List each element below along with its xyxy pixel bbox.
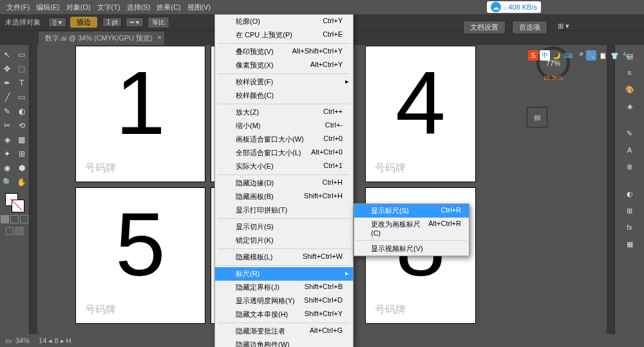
screen-mode[interactable]: [6, 227, 14, 235]
uniform-select[interactable]: 等比: [147, 17, 169, 28]
tool-zoom[interactable]: 🔍: [0, 175, 15, 189]
menu-item[interactable]: 隐藏边角构件(W): [215, 338, 353, 347]
menu-item[interactable]: 隐藏渐变批注者Alt+Ctrl+G: [215, 324, 353, 338]
menu-item[interactable]: 轮廓(O)Ctrl+Y: [215, 15, 353, 28]
panel-brushes[interactable]: 🎨: [620, 81, 639, 98]
tool-free[interactable]: ✦: [0, 147, 15, 161]
tool-rect[interactable]: ▭: [15, 90, 30, 104]
tool-select[interactable]: ↖: [0, 48, 15, 62]
menu-file[interactable]: 文件(F): [6, 3, 30, 12]
artboard-5[interactable]: 5号码牌: [76, 188, 205, 323]
tool-scale[interactable]: ◈: [0, 133, 15, 147]
menu-type[interactable]: 文字(T): [97, 3, 120, 12]
ime-skin-icon[interactable]: 👕: [609, 50, 620, 61]
menu-item[interactable]: 显示切片(S): [215, 220, 353, 234]
rulers-submenu: 显示标尺(S)Ctrl+R更改为画板标尺(C)Alt+Ctrl+R显示视频标尺(…: [354, 203, 469, 256]
submenu-item[interactable]: 显示视频标尺(V): [354, 242, 469, 256]
align-icon[interactable]: ⊞ ▾: [554, 21, 573, 34]
menu-item[interactable]: 像素预览(X)Alt+Ctrl+Y: [215, 59, 353, 72]
submenu-item[interactable]: 更改为画板标尺(C)Alt+Ctrl+R: [354, 218, 469, 239]
ime-sogou-icon[interactable]: S: [528, 50, 538, 61]
tool-graph[interactable]: ⬢: [15, 161, 30, 175]
artboard-nav[interactable]: 14 ◂ 8 ▸ H: [39, 337, 71, 345]
tool-symbol[interactable]: ◉: [0, 161, 15, 175]
view-menu-dropdown: 轮廓(O)Ctrl+Y在 CPU 上预览(P)Ctrl+E叠印预览(V)Alt+…: [214, 14, 354, 347]
screen-mode-2[interactable]: [15, 227, 23, 235]
menu-item[interactable]: 缩小(M)Ctrl+-: [215, 119, 353, 133]
panel-symbols[interactable]: ◈: [620, 98, 639, 115]
tool-line[interactable]: ╱: [0, 90, 15, 104]
prefs-button[interactable]: 首选项: [512, 21, 547, 34]
tool-brush[interactable]: ✎: [0, 104, 15, 118]
tool-rotate[interactable]: ⟲: [15, 118, 30, 133]
zoom-out-icon[interactable]: ▭: [5, 337, 12, 345]
tab-close-icon[interactable]: ×: [158, 33, 162, 41]
panel-transform[interactable]: ⊞: [620, 202, 639, 219]
ime-tool-icon[interactable]: 🔧: [586, 50, 596, 61]
tool-width[interactable]: ▦: [15, 133, 30, 147]
tool-shape[interactable]: ⊞: [15, 147, 30, 161]
menu-item[interactable]: 标尺(R)▸: [215, 267, 353, 281]
selection-label: 未选择对象: [5, 17, 41, 27]
panel-swatches[interactable]: ≡: [620, 64, 639, 81]
ime-lang[interactable]: 中: [540, 50, 550, 61]
menu-item[interactable]: 叠印预览(V)Alt+Shift+Ctrl+Y: [215, 45, 353, 59]
menu-item[interactable]: 隐藏边缘(D)Ctrl+H: [215, 176, 353, 190]
menubar: 文件(F) 编辑(E) 对象(O) 文字(T) 选择(S) 效果(C) 视图(V…: [0, 0, 644, 14]
menu-effect[interactable]: 效果(C): [156, 3, 180, 12]
doc-setup-button[interactable]: 文档设置: [463, 21, 506, 34]
stroke-weight[interactable]: 1 pt: [102, 17, 122, 27]
tool-pen[interactable]: ✒: [0, 76, 15, 90]
ime-settings-icon[interactable]: 🔧: [621, 50, 631, 61]
panel-char[interactable]: A: [620, 142, 639, 158]
menu-edit[interactable]: 编辑(E): [36, 3, 60, 12]
tool-direct[interactable]: ▭: [15, 48, 30, 62]
submenu-item[interactable]: 显示标尺(S)Ctrl+R: [354, 204, 469, 218]
menu-item[interactable]: 隐藏文本串接(H)Shift+Ctrl+Y: [215, 308, 353, 321]
ime-mic-icon[interactable]: 🎤: [574, 50, 585, 61]
menu-select[interactable]: 选择(S): [127, 3, 151, 12]
menu-item[interactable]: 显示打印拼贴(T): [215, 203, 353, 217]
menu-item[interactable]: 锁定切片(K): [215, 234, 353, 247]
menu-item[interactable]: 全部适合窗口大小(L)Alt+Ctrl+0: [215, 146, 353, 160]
ime-bar[interactable]: S 中 🌙 ⌨ 🎤 🔧 📋 👕 🔧: [528, 50, 631, 61]
tool-pencil[interactable]: ◐: [15, 104, 30, 118]
menu-item[interactable]: 隐藏模板(L)Shift+Ctrl+W: [215, 250, 353, 264]
panel-appearance[interactable]: fx: [620, 219, 639, 236]
tool-hand[interactable]: ✋: [15, 175, 30, 189]
fill-swatch[interactable]: ▯ ▾: [48, 17, 66, 27]
ime-kbd-icon[interactable]: ⌨: [563, 50, 573, 61]
menu-item[interactable]: 画板适合窗口大小(W)Ctrl+0: [215, 133, 353, 146]
menu-view[interactable]: 视图(V): [187, 3, 211, 12]
ime-clip-icon[interactable]: 📋: [598, 50, 608, 61]
menu-object[interactable]: 对象(O): [66, 3, 91, 12]
menu-item[interactable]: 在 CPU 上预览(P)Ctrl+E: [215, 28, 353, 42]
stroke-button[interactable]: 描边: [70, 17, 97, 28]
tool-scissors[interactable]: ✂: [0, 118, 15, 133]
color-mode[interactable]: [1, 215, 28, 223]
artboard-1[interactable]: 1号码牌: [76, 46, 205, 182]
panel-para[interactable]: ≣: [620, 158, 639, 175]
menu-item[interactable]: 隐藏定界框(J)Shift+Ctrl+B: [215, 281, 353, 294]
tool-wand[interactable]: ✥: [0, 62, 15, 76]
menu-item[interactable]: 校样颜色(C): [215, 89, 353, 102]
network-badge[interactable]: ☁ ↓408 KB/s: [487, 1, 541, 13]
menu-item[interactable]: 校样设置(F)▸: [215, 75, 353, 89]
panel-gradient[interactable]: ◐: [620, 185, 639, 202]
panel-stroke[interactable]: ✎: [620, 125, 639, 142]
menu-item[interactable]: 隐藏画板(B)Shift+Ctrl+H: [215, 190, 353, 203]
zoom-value[interactable]: 34%: [15, 337, 30, 344]
toolbox: ↖▭ ✥⬚ ✒T ╱▭ ✎◐ ✂⟲ ◈▦ ✦⊞ ◉⬢ 🔍✋: [0, 45, 30, 334]
menu-item[interactable]: 显示透明度网格(Y)Shift+Ctrl+D: [215, 294, 353, 308]
panel-layers[interactable]: ▦: [620, 236, 639, 252]
profile-select[interactable]: ━ ▾: [126, 17, 144, 27]
tool-lasso[interactable]: ⬚: [15, 62, 30, 76]
ime-moon-icon[interactable]: 🌙: [551, 50, 562, 61]
tool-type[interactable]: T: [15, 76, 30, 90]
artboard-4[interactable]: 4号码牌: [366, 46, 475, 182]
document-tab[interactable]: 数字.ai @ 34% (CMYK/GPU 预览) ×: [39, 32, 164, 45]
menu-item[interactable]: 放大(Z)Ctrl++: [215, 106, 353, 119]
fill-stroke-swatch[interactable]: [5, 193, 24, 212]
menu-item[interactable]: 实际大小(E)Ctrl+1: [215, 160, 353, 173]
artboard-panel-icon[interactable]: ▤: [527, 107, 547, 127]
